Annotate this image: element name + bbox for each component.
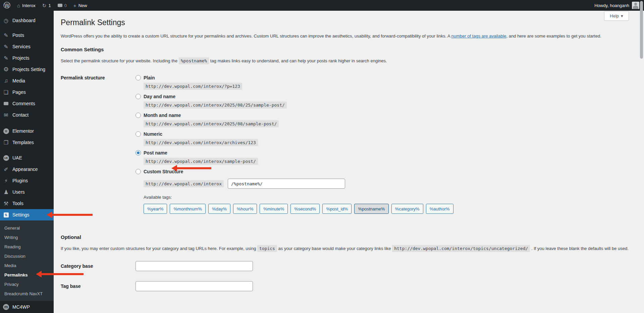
option-day-and-name: Day and name http://dev.wpopal.com/inter… (136, 93, 629, 108)
comment-bubble-icon (3, 100, 9, 107)
admin-bar-right: Howdy, hoanganh (590, 0, 644, 11)
example-url: http://dev.wpopal.com/interox/2025/08/sa… (144, 121, 629, 126)
sidebar-item-projects-setting[interactable]: Projects Setting (0, 64, 54, 75)
tag-button[interactable]: %post_id% (322, 204, 352, 214)
submenu-item-breadcrumb-navxt[interactable]: Breadcrumb NavXT (0, 289, 54, 298)
radio-post-name[interactable]: Post name (136, 149, 629, 156)
howdy-account-menu[interactable]: Howdy, hoanganh (594, 3, 629, 8)
sidebar-item-dashboard[interactable]: Dashboard (0, 15, 54, 26)
example-url: http://dev.wpopal.com/interox/2025/08/25… (144, 103, 629, 108)
sidebar-item-users[interactable]: Users (0, 186, 54, 198)
user-avatar[interactable] (632, 2, 639, 9)
sidebar-item-contact[interactable]: Contact (0, 109, 54, 121)
tag-button[interactable]: %monthnum% (170, 204, 206, 214)
mail-icon (3, 112, 9, 118)
submenu-item-discussion[interactable]: Discussion (0, 251, 54, 261)
sidebar-item-label: Pages (12, 89, 26, 95)
wordpress-logo-menu[interactable]: Ⓦ (0, 0, 14, 11)
tag-button[interactable]: %day% (208, 204, 230, 214)
sidebar-item-label: Media (12, 78, 25, 83)
help-button[interactable]: Help ▾ (604, 11, 629, 21)
optional-description: If you like, you may enter custom struct… (61, 245, 629, 252)
radio-month-and-name[interactable]: Month and name (136, 112, 629, 119)
sidebar-item-uae[interactable]: UAE (0, 152, 54, 164)
tag-button[interactable]: %category% (391, 204, 423, 214)
category-base-label: Category base (61, 262, 136, 270)
sidebar-item-label: Comments (12, 101, 35, 106)
submenu-item-media[interactable]: Media (0, 261, 54, 270)
sidebar-item-projects[interactable]: Projects (0, 52, 54, 64)
media-icon (3, 77, 9, 84)
radio-circle-icon[interactable] (136, 131, 141, 137)
tag-button[interactable]: %year% (144, 204, 167, 214)
intro-text-after: , and here are some examples to get you … (506, 34, 601, 39)
red-arrow-permalinks (42, 273, 84, 275)
radio-day-and-name[interactable]: Day and name (136, 93, 629, 100)
site-name-menu[interactable]: ⌂ Interox (14, 0, 39, 11)
radio-circle-icon[interactable] (136, 169, 141, 174)
sidebar-item-settings[interactable]: Settings (0, 209, 54, 221)
sidebar-item-plugins[interactable]: Plugins (0, 175, 54, 186)
radio-selected-icon[interactable] (136, 150, 141, 155)
sidebar-item-label: Services (12, 44, 31, 49)
category-base-input[interactable] (136, 261, 253, 271)
chevron-down-icon: ▾ (621, 13, 623, 18)
tag-base-input[interactable] (136, 281, 253, 291)
sidebar-item-label: Projects Setting (12, 67, 45, 72)
sliders-icon (3, 211, 9, 218)
sidebar-item-label: Dashboard (12, 18, 36, 23)
submenu-item-reading[interactable]: Reading (0, 242, 54, 251)
plug-icon (3, 177, 9, 184)
radio-plain[interactable]: Plain (136, 74, 629, 81)
submenu-item-writing[interactable]: Writing (0, 233, 54, 242)
sidebar-item-pages[interactable]: Pages (0, 86, 54, 98)
sidebar-item-mc4wp[interactable]: MC4WP (0, 301, 54, 313)
new-content-menu[interactable]: + New (70, 0, 91, 11)
sidebar-item-templates[interactable]: Templates (0, 137, 54, 148)
sidebar-item-services[interactable]: Services (0, 41, 54, 52)
sidebar-item-media[interactable]: Media (0, 75, 54, 86)
new-label: New (78, 3, 87, 8)
sidebar-item-posts[interactable]: Posts (0, 29, 54, 41)
example-url: http://dev.wpopal.com/interox/?p=123 (144, 84, 629, 89)
sidebar-item-label: Elementor (12, 128, 34, 134)
submenu-item-general[interactable]: General (0, 223, 54, 233)
option-month-and-name: Month and name http://dev.wpopal.com/int… (136, 112, 629, 126)
radio-circle-icon[interactable] (136, 75, 141, 80)
sidebar-item-label: Tools (12, 201, 23, 206)
sidebar-item-label: Plugins (12, 178, 28, 183)
comments-menu[interactable]: 0 (54, 0, 70, 11)
mc4wp-icon (3, 304, 9, 310)
sidebar-item-tools[interactable]: Tools (0, 198, 54, 209)
vertical-scrollbar[interactable] (640, 1, 643, 59)
sidebar-item-label: Settings (12, 212, 30, 217)
radio-circle-icon[interactable] (136, 113, 141, 118)
comment-count: 0 (64, 3, 67, 8)
sidebar-item-elementor[interactable]: Elementor (0, 125, 54, 137)
pin-icon (3, 43, 9, 50)
tag-button-selected[interactable]: %postname% (354, 204, 388, 214)
sidebar-item-comments[interactable]: Comments (0, 98, 54, 109)
option-label: Numeric (144, 131, 162, 137)
radio-circle-icon[interactable] (136, 94, 141, 99)
example-url: http://dev.wpopal.com/interox/archives/1… (144, 140, 629, 145)
home-icon: ⌂ (17, 3, 20, 8)
submenu-item-privacy[interactable]: Privacy (0, 279, 54, 289)
custom-structure-input[interactable] (228, 179, 345, 189)
uae-icon (3, 154, 9, 161)
radio-numeric[interactable]: Numeric (136, 130, 629, 138)
page-title: Permalink Settings (61, 18, 629, 27)
red-arrow-post-name (177, 167, 211, 169)
plus-icon: + (73, 3, 76, 8)
admin-sidebar: Dashboard Posts Services Projects Projec… (0, 11, 54, 313)
tag-button[interactable]: %hour% (233, 204, 257, 214)
tag-button[interactable]: %second% (290, 204, 320, 214)
brush-icon (3, 166, 9, 173)
tag-button[interactable]: %author% (426, 204, 453, 214)
number-of-tags-link[interactable]: number of tags are available (451, 34, 506, 39)
example-url: http://dev.wpopal.com/interox/sample-pos… (144, 159, 629, 164)
updates-menu[interactable]: ↻ 1 (39, 0, 54, 11)
postname-code: %postname% (179, 57, 209, 64)
tag-button[interactable]: %minute% (260, 204, 288, 214)
sidebar-item-appearance[interactable]: Appearance (0, 164, 54, 175)
